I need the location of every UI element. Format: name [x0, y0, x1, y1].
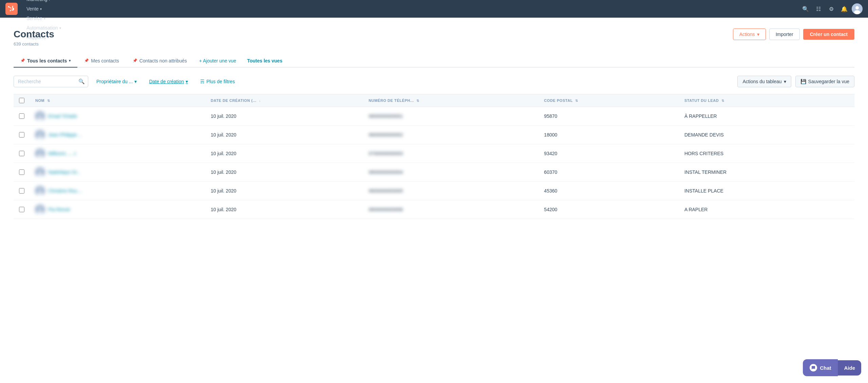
svg-point-5	[38, 117, 42, 121]
row-name-cell: Millicent.......t	[30, 144, 205, 163]
tab-1[interactable]: 📌Mes contacts	[77, 55, 126, 68]
row-checkbox-cell	[14, 163, 30, 181]
pin-icon: 📌	[84, 58, 89, 63]
tab-label: Contacts non attribués	[139, 58, 187, 63]
contact-name[interactable]: Christine Rou....	[48, 188, 82, 194]
th-phone[interactable]: NUMÉRO DE TÉLÉPH... ⇅	[363, 94, 539, 107]
chat-button[interactable]: Chat	[803, 359, 838, 376]
tab-label: Mes contacts	[91, 58, 119, 63]
th-postal[interactable]: CODE POSTAL ⇅	[539, 94, 679, 107]
hubspot-logo[interactable]	[5, 3, 18, 15]
th-statut[interactable]: STATUT DU LEAD ⇅	[679, 94, 854, 107]
contact-avatar	[35, 205, 45, 214]
nav-item-marketing[interactable]: Marketing▾	[23, 0, 64, 4]
top-navigation: Contacts▾Conversations▾Marketing▾Vente▾S…	[0, 0, 868, 18]
contact-date: 10 juil. 2020	[211, 113, 237, 119]
owner-filter[interactable]: Propriétaire du ... ▾	[92, 76, 141, 87]
search-wrap: 🔍	[14, 76, 88, 87]
row-checkbox[interactable]	[19, 169, 24, 175]
row-checkbox[interactable]	[19, 207, 24, 212]
search-input[interactable]	[14, 76, 88, 87]
th-nom[interactable]: NOM ⇅	[30, 94, 205, 107]
contact-name[interactable]: Jean-Philippe ...	[48, 132, 82, 138]
chevron-down-icon: ▾	[757, 32, 759, 37]
row-checkbox-cell	[14, 200, 30, 219]
row-checkbox[interactable]	[19, 151, 24, 156]
row-date-cell: 10 juil. 2020	[205, 144, 363, 163]
settings-icon[interactable]: ⚙	[826, 3, 837, 14]
row-statut-cell: INSTAL TERMINER	[679, 163, 854, 181]
row-phone-cell: 0600000000002	[363, 125, 539, 144]
contact-postal: 18000	[544, 132, 557, 138]
contact-date: 10 juil. 2020	[211, 132, 237, 138]
svg-point-1	[855, 6, 859, 10]
pin-icon: 📌	[20, 58, 25, 63]
avatar[interactable]	[852, 3, 863, 14]
row-postal-cell: 93420	[539, 144, 679, 163]
chevron-down-icon: ▾	[186, 79, 188, 84]
contact-name[interactable]: NatéAlepo Or...	[48, 169, 81, 175]
row-checkbox[interactable]	[19, 188, 24, 194]
contacts-table: NOM ⇅ DATE DE CRÉATION (... ↓ NUMÉRO DE …	[14, 94, 854, 219]
svg-point-16	[39, 188, 42, 191]
table-actions-button[interactable]: Actions du tableau ▾	[737, 76, 791, 87]
contact-date: 10 juil. 2020	[211, 188, 237, 194]
table-row: NatéAlepo Or... 10 juil. 2020 0600000000…	[14, 163, 854, 181]
notifications-icon[interactable]: 🔔	[839, 3, 850, 14]
tab-label: Tous les contacts	[27, 58, 67, 63]
date-filter[interactable]: Date de création ▾	[145, 76, 192, 87]
search-icon[interactable]: 🔍	[78, 78, 85, 85]
tab-2[interactable]: 📌Contacts non attribués	[126, 55, 194, 68]
contact-name[interactable]: Emad Tchado	[48, 113, 77, 119]
contact-statut: A RAPLER	[684, 207, 707, 212]
grid-icon[interactable]: ☷	[813, 3, 824, 14]
chevron-down-icon: ▾	[44, 17, 45, 20]
save-view-button[interactable]: 💾 Sauvegarder la vue	[795, 76, 854, 87]
contact-avatar	[35, 186, 45, 196]
import-button[interactable]: Importer	[769, 29, 800, 40]
filter-icon: ☴	[200, 79, 205, 84]
search-icon[interactable]: 🔍	[800, 3, 811, 14]
chat-widget: Chat Aide	[803, 359, 861, 376]
more-filters-button[interactable]: ☴ Plus de filtres	[196, 76, 239, 87]
row-statut-cell: INSTALLE PLACE	[679, 181, 854, 200]
create-contact-button[interactable]: Créer un contact	[803, 29, 854, 40]
page-header: Contacts 639 contacts Actions ▾ Importer…	[14, 29, 854, 47]
tabs-container: 📌Tous les contacts▾📌Mes contacts📌Contact…	[14, 55, 194, 67]
table-row: Emad Tchado 10 juil. 2020 0600000000001 …	[14, 107, 854, 125]
aide-button[interactable]: Aide	[838, 360, 861, 376]
table-body: Emad Tchado 10 juil. 2020 0600000000001 …	[14, 107, 854, 219]
contact-postal: 54200	[544, 207, 557, 212]
svg-point-19	[39, 207, 42, 210]
th-checkbox	[14, 94, 30, 107]
contact-statut: À RAPPELLER	[684, 113, 717, 119]
row-phone-cell: 0600000000005	[363, 181, 539, 200]
th-date[interactable]: DATE DE CRÉATION (... ↓	[205, 94, 363, 107]
chevron-down-icon: ▾	[784, 79, 786, 84]
chevron-down-icon: ▾	[59, 26, 61, 30]
svg-point-11	[38, 155, 42, 158]
row-checkbox-cell	[14, 107, 30, 125]
table-row: Millicent.......t 10 juil. 2020 07000000…	[14, 144, 854, 163]
row-postal-cell: 60370	[539, 163, 679, 181]
select-all-checkbox[interactable]	[19, 98, 24, 103]
all-views-tab[interactable]: Toutes les vues	[242, 55, 288, 67]
sort-icon: ⇅	[721, 99, 724, 103]
tabs-bar: 📌Tous les contacts▾📌Mes contacts📌Contact…	[14, 55, 854, 68]
row-checkbox-cell	[14, 125, 30, 144]
contact-avatar	[35, 130, 45, 140]
nav-item-service[interactable]: Service▾	[23, 14, 64, 23]
contact-date: 10 juil. 2020	[211, 207, 237, 212]
row-checkbox[interactable]	[19, 132, 24, 138]
row-date-cell: 10 juil. 2020	[205, 200, 363, 219]
nav-label: Service	[26, 16, 42, 21]
contact-name[interactable]: Millicent.......t	[48, 151, 76, 156]
page-title: Contacts	[14, 29, 54, 40]
add-view-tab[interactable]: + Ajouter une vue	[194, 55, 242, 67]
nav-item-vente[interactable]: Vente▾	[23, 4, 64, 14]
actions-button[interactable]: Actions ▾	[733, 29, 766, 40]
row-name-cell: NatéAlepo Or...	[30, 163, 205, 181]
contact-name[interactable]: Pia Renoir	[48, 207, 70, 212]
row-checkbox[interactable]	[19, 113, 24, 119]
tab-0[interactable]: 📌Tous les contacts▾	[14, 55, 77, 68]
